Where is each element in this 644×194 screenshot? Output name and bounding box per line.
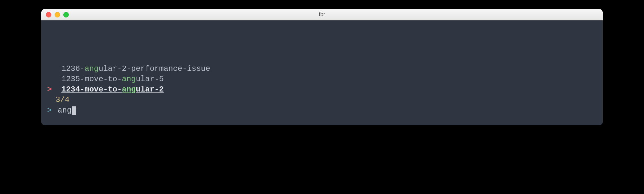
selection-pointer: >: [46, 84, 61, 95]
result-pre: 1235-move-to-: [61, 75, 122, 83]
result-match: ang: [85, 64, 99, 73]
blank-area: [46, 24, 598, 64]
minimize-icon[interactable]: [55, 12, 60, 17]
result-match: ang: [122, 75, 136, 83]
titlebar[interactable]: fbr: [41, 9, 603, 20]
result-match: ang: [122, 85, 136, 94]
result-post: ular-5: [136, 75, 163, 83]
result-line[interactable]: >1234-move-to-angular-2: [46, 84, 598, 95]
result-post: ular-2-performance-issue: [99, 64, 210, 73]
terminal-body[interactable]: 1236-angular-2-performance-issue1235-mov…: [41, 20, 603, 125]
traffic-lights: [41, 12, 69, 17]
result-pre: 1234-move-to-: [61, 85, 122, 94]
results-list: 1236-angular-2-performance-issue1235-mov…: [46, 64, 598, 95]
prompt-symbol: >: [46, 105, 57, 116]
result-line[interactable]: 1235-move-to-angular-5: [46, 74, 598, 84]
result-pre: 1236-: [61, 64, 85, 73]
prompt-line[interactable]: > ang: [46, 105, 598, 116]
terminal-window: fbr 1236-angular-2-performance-issue1235…: [41, 9, 603, 125]
result-text: 1236-angular-2-performance-issue: [61, 64, 210, 74]
zoom-icon[interactable]: [63, 12, 69, 17]
result-text: 1234-move-to-angular-2: [61, 84, 164, 95]
cursor-icon: [72, 106, 76, 115]
query-input[interactable]: ang: [57, 105, 71, 116]
close-icon[interactable]: [46, 12, 51, 17]
match-count: 3/4: [46, 95, 598, 105]
result-post: ular-2: [136, 85, 163, 94]
window-title: fbr: [41, 11, 603, 18]
result-line[interactable]: 1236-angular-2-performance-issue: [46, 64, 598, 74]
result-text: 1235-move-to-angular-5: [61, 74, 164, 84]
